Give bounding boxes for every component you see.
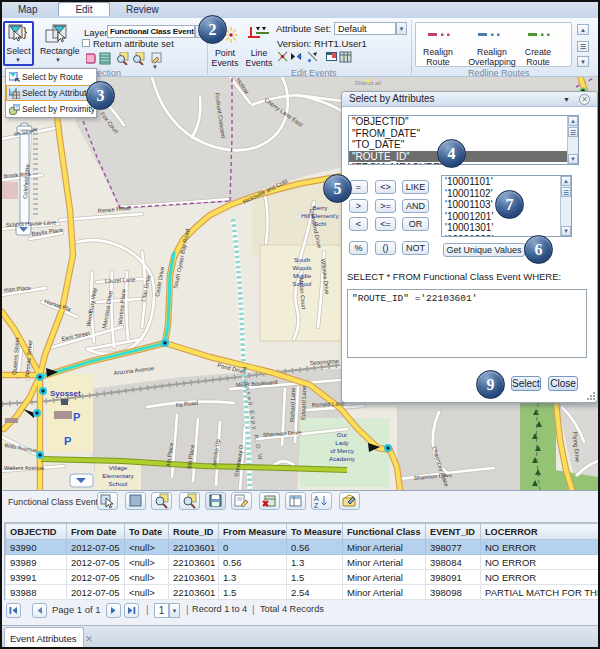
svg-text:South: South: [294, 256, 311, 263]
svg-text:School: School: [109, 480, 128, 487]
svg-text:Richard Lane: Richard Lane: [289, 387, 296, 422]
svg-text:P: P: [73, 411, 80, 423]
svg-text:Village: Village: [109, 464, 128, 471]
svg-text:Berry: Berry: [313, 204, 329, 211]
svg-text:School: School: [293, 280, 312, 287]
svg-text:Our: Our: [337, 431, 347, 438]
svg-text:Hill Element'y: Hill Element'y: [301, 212, 339, 219]
svg-text:of Mercy: of Mercy: [330, 447, 355, 454]
svg-text:Lady: Lady: [335, 439, 349, 446]
svg-text:Syosset: Syosset: [50, 389, 81, 398]
svg-text:Middle: Middle: [293, 272, 312, 279]
svg-text:Z: Z: [314, 502, 319, 509]
svg-text:Academy: Academy: [329, 455, 356, 462]
svg-text:Schl: Schl: [314, 220, 326, 227]
svg-text:A: A: [314, 495, 319, 502]
svg-text:Walters Avenue: Walters Avenue: [4, 465, 44, 471]
svg-text:Edward Lane: Edward Lane: [300, 386, 307, 420]
svg-text:P: P: [64, 435, 71, 447]
svg-text:}: }: [23, 25, 27, 39]
svg-text:Woods: Woods: [292, 264, 311, 271]
svg-text:Elementary: Elementary: [102, 472, 134, 479]
